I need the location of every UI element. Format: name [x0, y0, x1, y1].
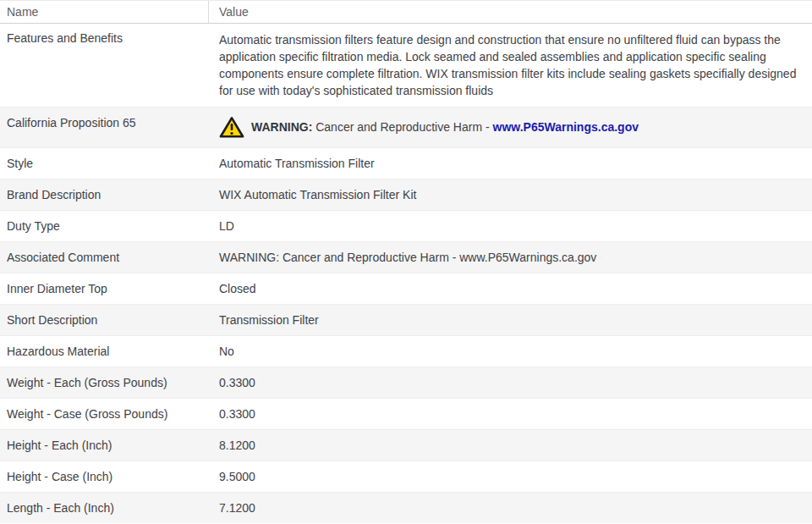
spec-name: Weight - Case (Gross Pounds) — [0, 399, 209, 429]
spec-row-brand-description: Brand Description WIX Automatic Transmis… — [0, 179, 812, 210]
spec-name: Short Description — [0, 305, 209, 335]
product-spec-table: Name Value Features and Benefits Automat… — [0, 0, 812, 523]
spec-value: Closed — [209, 273, 812, 304]
spec-name: Brand Description — [0, 179, 209, 210]
spec-name: Duty Type — [0, 211, 209, 241]
spec-value: Automatic Transmission Filter — [209, 148, 812, 179]
spec-name: Hazardous Material — [0, 336, 209, 367]
table-header-row: Name Value — [0, 0, 812, 24]
spec-value: WIX Automatic Transmission Filter Kit — [209, 179, 812, 210]
spec-name: Features and Benefits — [0, 24, 209, 107]
spec-value: 9.5000 — [209, 461, 812, 492]
spec-name: Length - Each (Inch) — [0, 493, 209, 523]
spec-value: Transmission Filter — [209, 305, 812, 335]
spec-name: Weight - Each (Gross Pounds) — [0, 367, 209, 398]
column-header-value: Value — [209, 1, 812, 23]
spec-value: 7.1200 — [209, 493, 812, 523]
p65-warnings-link[interactable]: www.P65Warnings.ca.gov — [493, 120, 639, 134]
warning-label: WARNING: — [251, 120, 312, 134]
spec-value: 0.3300 — [209, 367, 812, 398]
spec-row-short-description: Short Description Transmission Filter — [0, 304, 812, 335]
spec-name: Style — [0, 148, 209, 179]
spec-row-height-each: Height - Each (Inch) 8.1200 — [0, 429, 812, 461]
prop65-warning-text: WARNING: Cancer and Reproductive Harm - … — [251, 120, 639, 135]
spec-row-height-case: Height - Case (Inch) 9.5000 — [0, 461, 812, 492]
spec-value: No — [209, 336, 812, 367]
spec-row-hazardous-material: Hazardous Material No — [0, 335, 812, 367]
spec-row-features-and-benefits: Features and Benefits Automatic transmis… — [0, 24, 812, 107]
prop65-warning-line: WARNING: Cancer and Reproductive Harm - … — [219, 115, 805, 139]
spec-name: Height - Each (Inch) — [0, 430, 209, 461]
spec-name: Height - Case (Inch) — [0, 461, 209, 492]
spec-row-weight-each: Weight - Each (Gross Pounds) 0.3300 — [0, 367, 812, 398]
spec-row-weight-case: Weight - Case (Gross Pounds) 0.3300 — [0, 398, 812, 429]
spec-row-associated-comment: Associated Comment WARNING: Cancer and R… — [0, 241, 812, 273]
warning-triangle-icon — [219, 116, 244, 139]
spec-value: 0.3300 — [209, 399, 812, 429]
spec-value: Automatic transmission filters feature d… — [209, 24, 812, 107]
spec-row-length-each: Length - Each (Inch) 7.1200 — [0, 492, 812, 523]
spec-value: 8.1200 — [209, 430, 812, 461]
spec-row-inner-diameter-top: Inner Diameter Top Closed — [0, 273, 812, 304]
spec-name: Associated Comment — [0, 242, 209, 273]
column-header-name: Name — [0, 1, 209, 23]
spec-value: WARNING: Cancer and Reproductive Harm - … — [209, 242, 812, 273]
spec-name: Inner Diameter Top — [0, 273, 209, 304]
spec-row-california-proposition-65: California Proposition 65 WARNING: Cance… — [0, 107, 812, 147]
spec-value: LD — [209, 211, 812, 241]
spec-name: California Proposition 65 — [0, 108, 209, 147]
spec-row-duty-type: Duty Type LD — [0, 210, 812, 241]
spec-row-style: Style Automatic Transmission Filter — [0, 147, 812, 179]
